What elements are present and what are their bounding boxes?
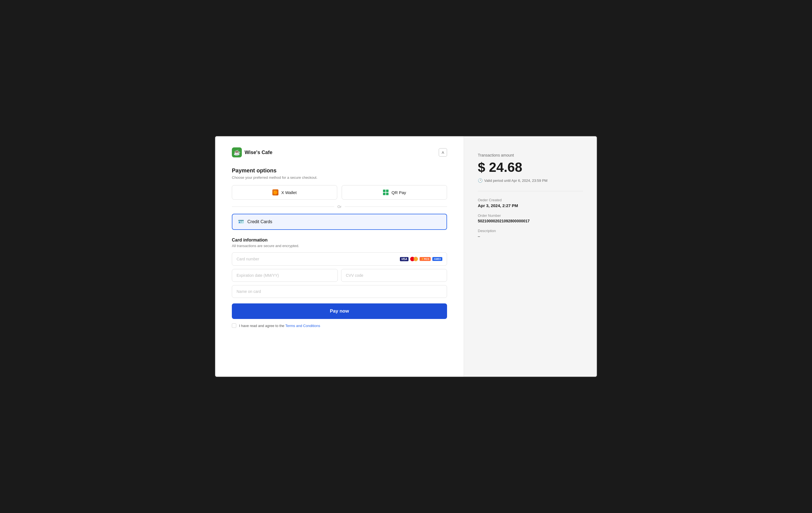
divider bbox=[478, 191, 583, 191]
order-number-label: Order Number bbox=[478, 214, 583, 218]
or-label: Or bbox=[338, 205, 341, 209]
order-number-value: 502100002021092800000017 bbox=[478, 219, 583, 223]
clock-icon: 🕐 bbox=[478, 178, 483, 183]
cvv-input[interactable] bbox=[341, 269, 447, 282]
credit-cards-button[interactable]: 🪪 Credit Cards bbox=[232, 214, 447, 230]
card-number-placeholder: Card number bbox=[237, 257, 259, 261]
app-frame: ☕ Wise's Cafe A Payment options Choose y… bbox=[215, 136, 597, 377]
x-wallet-label: X Wallet bbox=[281, 190, 296, 195]
terms-link[interactable]: Terms and Conditions bbox=[285, 324, 320, 328]
card-info-subtitle: All transactions are secure and encrypte… bbox=[232, 244, 447, 248]
rcs-logo: ⚡RCS bbox=[419, 257, 431, 261]
card-info-title: Card information bbox=[232, 238, 447, 243]
app-title: Wise's Cafe bbox=[244, 150, 272, 156]
credit-card-icon: 🪪 bbox=[238, 219, 244, 225]
credit-cards-label: Credit Cards bbox=[248, 219, 272, 224]
qr-pay-button[interactable]: QR Pay bbox=[342, 185, 447, 199]
terms-text: I have read and agree to the Terms and C… bbox=[239, 324, 320, 328]
description-label: Description bbox=[478, 229, 583, 233]
expiration-input[interactable] bbox=[232, 269, 338, 282]
qr-pay-label: QR Pay bbox=[392, 190, 406, 195]
expiry-cvv-row bbox=[232, 269, 447, 282]
valid-period: 🕐 Valid period until Apr 6, 2024, 23:59 … bbox=[478, 178, 583, 183]
payment-method-buttons: 🟠 X Wallet QR Pay bbox=[232, 185, 447, 199]
logo-area: ☕ Wise's Cafe bbox=[232, 147, 272, 157]
visa-logo: VISA bbox=[400, 257, 408, 261]
description-value: – bbox=[478, 234, 583, 239]
card-logos: VISA ⚡RCS AMEX bbox=[400, 256, 442, 262]
transactions-label: Transactions amount bbox=[478, 153, 583, 157]
amex-logo: AMEX bbox=[432, 257, 442, 261]
x-wallet-icon: 🟠 bbox=[272, 189, 279, 195]
right-panel: Transactions amount $ 24.68 🕐 Valid peri… bbox=[464, 136, 597, 377]
card-information-section: Card information All transactions are se… bbox=[232, 238, 447, 328]
payment-options-title: Payment options bbox=[232, 167, 447, 174]
order-created-value: Apr 3, 2024, 2:27 PM bbox=[478, 203, 583, 208]
name-on-card-input[interactable] bbox=[232, 285, 447, 298]
translate-icon-label: A bbox=[442, 151, 444, 155]
x-wallet-button[interactable]: 🟠 X Wallet bbox=[232, 185, 337, 199]
or-divider: Or bbox=[232, 205, 447, 209]
header: ☕ Wise's Cafe A bbox=[232, 147, 447, 157]
pay-now-label: Pay now bbox=[330, 308, 349, 314]
payment-options-section: Payment options Choose your preferred me… bbox=[232, 167, 447, 230]
mastercard-logo bbox=[410, 256, 418, 262]
qr-pay-icon bbox=[383, 189, 389, 195]
translate-button[interactable]: A bbox=[439, 148, 447, 157]
card-number-wrapper: Card number VISA ⚡RCS AMEX bbox=[232, 252, 447, 266]
valid-period-text: Valid period until Apr 6, 2024, 23:59 PM bbox=[484, 179, 547, 183]
terms-checkbox[interactable] bbox=[232, 323, 236, 328]
amount-display: $ 24.68 bbox=[478, 160, 583, 175]
order-created-label: Oeder Created bbox=[478, 198, 583, 202]
terms-row: I have read and agree to the Terms and C… bbox=[232, 323, 447, 328]
pay-now-button[interactable]: Pay now bbox=[232, 303, 447, 319]
left-panel: ☕ Wise's Cafe A Payment options Choose y… bbox=[215, 136, 464, 377]
logo-icon: ☕ bbox=[232, 147, 242, 157]
payment-options-subtitle: Choose your preferred method for a secur… bbox=[232, 176, 447, 180]
